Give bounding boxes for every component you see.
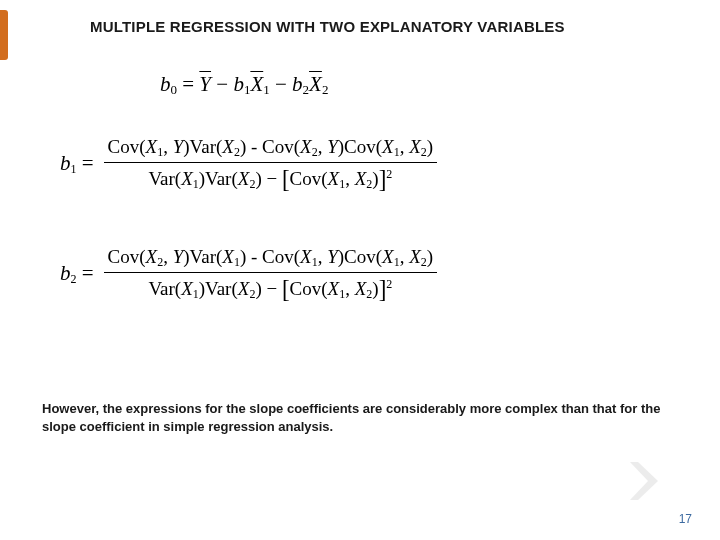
- equation-b2-denominator: Var(X1)Var(X2) − [Cov(X1, X2)]2: [144, 273, 396, 304]
- page-number: 17: [679, 512, 692, 526]
- equation-b1-denominator: Var(X1)Var(X2) − [Cov(X1, X2)]2: [144, 163, 396, 194]
- slide-title: MULTIPLE REGRESSION WITH TWO EXPLANATORY…: [90, 18, 565, 35]
- chevron-right-icon: [628, 460, 662, 502]
- formula-region: b0 = Y − b1X1 − b2X2 b1 = Cov(X1, Y)Var(…: [60, 58, 660, 368]
- body-paragraph: However, the expressions for the slope c…: [42, 400, 678, 435]
- equation-b2: b2 = Cov(X2, Y)Var(X1) - Cov(X1, Y)Cov(X…: [60, 244, 437, 304]
- equation-b1: b1 = Cov(X1, Y)Var(X2) - Cov(X2, Y)Cov(X…: [60, 134, 437, 194]
- equation-b2-numerator: Cov(X2, Y)Var(X1) - Cov(X1, Y)Cov(X1, X2…: [104, 244, 438, 272]
- accent-bar: [0, 10, 8, 60]
- equation-b0: b0 = Y − b1X1 − b2X2: [160, 72, 328, 98]
- equation-b1-numerator: Cov(X1, Y)Var(X2) - Cov(X2, Y)Cov(X1, X2…: [104, 134, 438, 162]
